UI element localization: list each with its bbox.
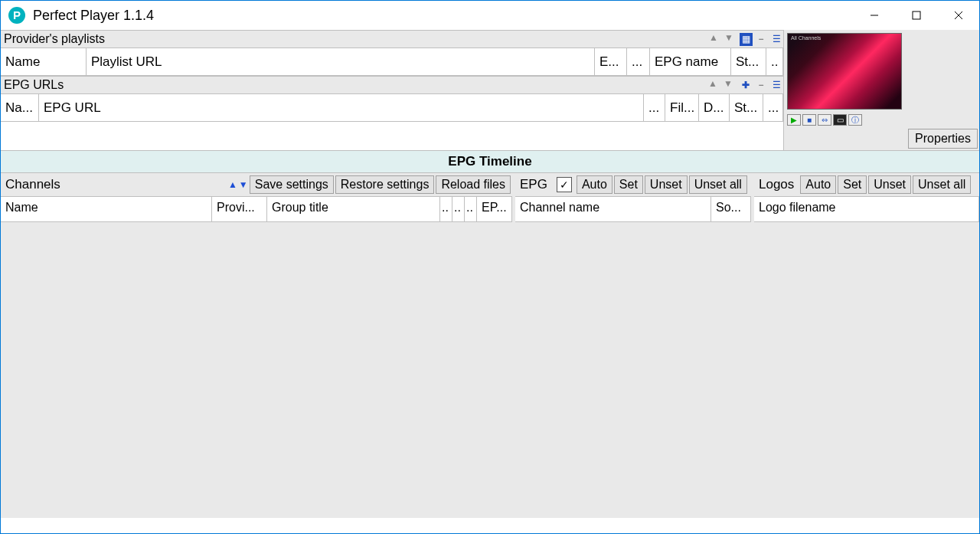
minimize-button[interactable] bbox=[853, 1, 895, 30]
epg-urls-header: EPG URLs ▲ ▼ ✚ − ☰ bbox=[1, 76, 783, 94]
epg-columns: Channel name So... bbox=[515, 196, 751, 222]
preview-video[interactable]: All Channels bbox=[787, 33, 902, 110]
channels-columns: Name Provi... Group title .. .. .. EP... bbox=[1, 196, 512, 222]
providers-label: Provider's playlists bbox=[4, 32, 707, 46]
col-epg-fil[interactable]: Fil... bbox=[665, 94, 699, 121]
window-title: Perfect Player 1.1.4 bbox=[33, 8, 154, 24]
providers-header: Provider's playlists ▲ ▼ ▦ − ☰ bbox=[1, 30, 783, 48]
svg-rect-1 bbox=[913, 11, 920, 19]
close-button[interactable] bbox=[937, 1, 979, 30]
providers-move-down-icon[interactable]: ▼ bbox=[724, 32, 738, 46]
col-channels-d2[interactable]: .. bbox=[452, 197, 465, 221]
stop-icon[interactable]: ■ bbox=[802, 114, 816, 126]
col-epg-last[interactable]: ... bbox=[763, 94, 783, 121]
logos-columns: Logo filename bbox=[754, 196, 979, 222]
col-playlist-url[interactable]: Playlist URL bbox=[87, 48, 595, 75]
col-name[interactable]: Name bbox=[1, 48, 87, 75]
epg-auto-button[interactable]: Auto bbox=[577, 175, 612, 194]
col-last[interactable]: .. bbox=[766, 48, 783, 75]
col-channels-ep[interactable]: EP... bbox=[477, 197, 512, 221]
epg-urls-column-row: Na... EPG URL ... Fil... D... St... ... bbox=[1, 94, 783, 122]
epg-set-button[interactable]: Set bbox=[614, 175, 643, 194]
epgurls-remove-icon[interactable]: − bbox=[754, 78, 768, 92]
epg-label: EPG bbox=[517, 177, 552, 192]
epgurls-move-down-icon[interactable]: ▼ bbox=[724, 78, 737, 92]
epgurls-add-icon[interactable]: ✚ bbox=[739, 78, 753, 92]
channels-move-up-icon[interactable]: ▲ bbox=[228, 179, 237, 190]
col-epg-url[interactable]: EPG URL bbox=[39, 94, 644, 121]
titlebar: P Perfect Player 1.1.4 bbox=[1, 1, 979, 30]
save-settings-button[interactable]: Save settings bbox=[250, 175, 334, 194]
epg-body bbox=[515, 222, 751, 518]
providers-menu-icon[interactable]: ☰ bbox=[769, 32, 783, 46]
col-epg-name[interactable]: EPG name bbox=[650, 48, 731, 75]
epg-checkbox[interactable]: ✓ bbox=[557, 177, 572, 192]
providers-grid-icon[interactable]: ▦ bbox=[740, 33, 753, 46]
col-channels-d1[interactable]: .. bbox=[440, 197, 452, 221]
col-epg-st[interactable]: St... bbox=[730, 94, 763, 121]
logos-unset-button[interactable]: Unset bbox=[868, 175, 911, 194]
logos-body bbox=[754, 222, 979, 518]
info-icon[interactable]: ⓘ bbox=[848, 114, 862, 126]
epgurls-menu-icon[interactable]: ☰ bbox=[769, 78, 783, 92]
col-channels-group[interactable]: Group title bbox=[267, 197, 440, 221]
epg-unset-button[interactable]: Unset bbox=[645, 175, 688, 194]
logos-label: Logos bbox=[756, 177, 799, 192]
epg-unset-all-button[interactable]: Unset all bbox=[689, 175, 747, 194]
expand-icon[interactable]: ⇔ bbox=[818, 114, 831, 126]
providers-move-up-icon[interactable]: ▲ bbox=[709, 32, 723, 46]
col-epg-dots[interactable]: ... bbox=[644, 94, 665, 121]
restore-settings-button[interactable]: Restore settings bbox=[335, 175, 435, 194]
maximize-button[interactable] bbox=[895, 1, 937, 30]
channels-label: Channels bbox=[2, 177, 65, 192]
preview-controls: ▶ ■ ⇔ ▭ ⓘ bbox=[784, 113, 979, 127]
epg-urls-label: EPG URLs bbox=[4, 78, 707, 92]
epgurls-move-up-icon[interactable]: ▲ bbox=[708, 78, 722, 92]
preview-overlay-label: All Channels bbox=[791, 35, 821, 41]
providers-remove-icon[interactable]: − bbox=[754, 32, 768, 46]
col-epg-d[interactable]: D... bbox=[699, 94, 730, 121]
logos-set-button[interactable]: Set bbox=[838, 175, 867, 194]
epg-panel: EPG ✓ Auto Set Unset Unset all Channel n… bbox=[515, 173, 754, 518]
preview-pane: All Channels ▶ ■ ⇔ ▭ ⓘ Properties bbox=[783, 30, 979, 150]
monitor-icon[interactable]: ▭ bbox=[833, 114, 847, 126]
play-icon[interactable]: ▶ bbox=[787, 114, 801, 126]
epg-timeline-header: EPG Timeline bbox=[1, 150, 979, 173]
col-epg-name2[interactable]: Na... bbox=[1, 94, 39, 121]
logos-unset-all-button[interactable]: Unset all bbox=[913, 175, 971, 194]
col-logo-filename[interactable]: Logo filename bbox=[754, 197, 979, 221]
col-channels-d3[interactable]: .. bbox=[465, 197, 477, 221]
channels-move-down-icon[interactable]: ▼ bbox=[239, 179, 248, 190]
reload-files-button[interactable]: Reload files bbox=[436, 175, 511, 194]
col-st[interactable]: St... bbox=[731, 48, 766, 75]
col-channels-provi[interactable]: Provi... bbox=[212, 197, 267, 221]
app-icon: P bbox=[8, 7, 25, 24]
col-channels-name[interactable]: Name bbox=[1, 197, 212, 221]
channels-body bbox=[1, 222, 512, 518]
col-e[interactable]: E... bbox=[595, 48, 627, 75]
logos-auto-button[interactable]: Auto bbox=[800, 175, 836, 194]
col-epg-so[interactable]: So... bbox=[711, 197, 751, 221]
col-dots[interactable]: ... bbox=[627, 48, 650, 75]
col-epg-channel-name[interactable]: Channel name bbox=[515, 197, 711, 221]
logos-panel: Logos Auto Set Unset Unset all Logo file… bbox=[754, 173, 979, 518]
channels-panel: Channels ▲ ▼ Save settings Restore setti… bbox=[1, 173, 515, 518]
properties-button[interactable]: Properties bbox=[908, 129, 978, 149]
providers-column-row: Name Playlist URL E... ... EPG name St..… bbox=[1, 48, 783, 76]
